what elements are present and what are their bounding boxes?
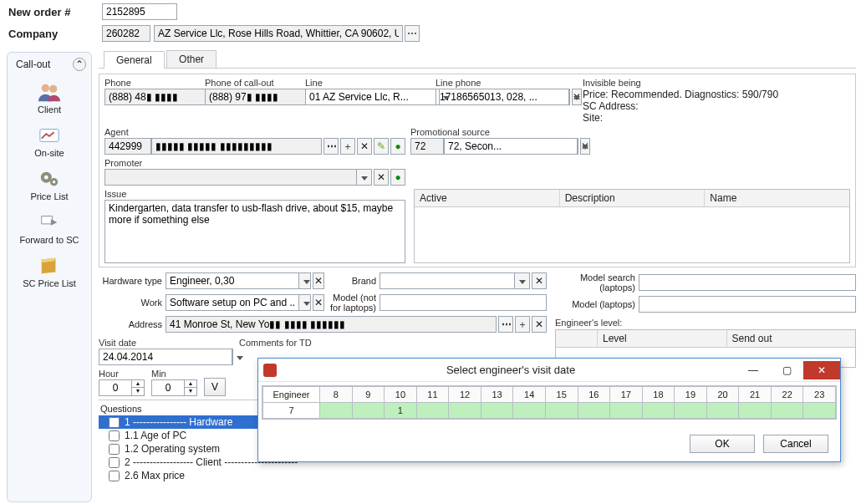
address-lookup-icon[interactable]: ⋯ [498, 316, 513, 333]
schedule-col-hour[interactable]: 11 [416, 387, 449, 403]
schedule-grid[interactable]: Engineer 8 9 10 11 12 13 14 15 16 17 18 … [262, 385, 837, 420]
model-search-input[interactable] [639, 274, 856, 291]
hour-input[interactable] [99, 379, 132, 396]
company-code-input[interactable] [102, 25, 150, 42]
v-button[interactable]: V [204, 378, 226, 396]
promo-name-select[interactable] [444, 138, 578, 155]
tab-general[interactable]: General [104, 51, 165, 69]
schedule-col-hour[interactable]: 13 [481, 387, 513, 403]
schedule-slot[interactable] [578, 403, 610, 419]
min-down-icon[interactable]: ▼ [185, 388, 196, 395]
min-up-icon[interactable]: ▲ [185, 380, 196, 388]
schedule-slot[interactable] [449, 403, 481, 419]
sidebar-collapse-icon[interactable]: ⌃ [73, 58, 86, 71]
col-sendout[interactable]: Send out [727, 330, 856, 347]
items-grid[interactable]: Active Description Name [414, 189, 850, 263]
promoter-clear-icon[interactable]: ✕ [374, 169, 389, 186]
schedule-col-engineer[interactable]: Engineer [263, 387, 320, 403]
col-desc[interactable]: Description [560, 190, 706, 206]
question-checkbox[interactable] [109, 417, 120, 428]
question-checkbox[interactable] [109, 471, 120, 481]
work-dropdown-icon[interactable] [299, 294, 311, 311]
address-input[interactable] [166, 316, 497, 333]
col-level[interactable]: Level [598, 330, 727, 347]
company-name-input[interactable] [154, 25, 403, 42]
schedule-slot[interactable] [320, 403, 353, 419]
promo-dropdown-icon[interactable] [578, 138, 578, 155]
work-select[interactable] [166, 294, 299, 311]
schedule-slot[interactable] [642, 403, 675, 419]
schedule-col-hour[interactable]: 8 [320, 387, 353, 403]
issue-textarea[interactable]: Kindergarten, data transfer to usb-flash… [104, 200, 405, 263]
maximize-button[interactable]: ▢ [770, 361, 803, 379]
brand-clear-icon[interactable]: ✕ [532, 272, 547, 289]
schedule-col-hour[interactable]: 18 [642, 387, 675, 403]
question-checkbox[interactable] [109, 444, 120, 455]
company-lookup-button[interactable]: ⋯ [405, 25, 420, 42]
schedule-row-engineer[interactable]: 7 [263, 403, 320, 419]
hwtype-select[interactable] [166, 272, 299, 289]
question-checkbox[interactable] [109, 457, 120, 468]
hour-up-icon[interactable]: ▲ [132, 380, 144, 388]
tab-other[interactable]: Other [166, 50, 217, 68]
schedule-slot[interactable] [416, 403, 449, 419]
schedule-col-hour[interactable]: 9 [352, 387, 385, 403]
address-add-icon[interactable]: ＋ [515, 316, 530, 333]
schedule-slot[interactable]: 1 [385, 403, 417, 419]
cancel-button[interactable]: Cancel [763, 435, 828, 453]
minimize-button[interactable]: — [736, 361, 770, 379]
line-dropdown-icon[interactable] [439, 89, 440, 105]
schedule-slot[interactable] [771, 403, 803, 419]
line-select[interactable] [305, 89, 439, 105]
schedule-col-hour[interactable]: 22 [771, 387, 803, 403]
agent-lookup-icon[interactable]: ⋯ [324, 138, 339, 155]
col-name[interactable]: Name [705, 190, 849, 206]
schedule-slot[interactable] [352, 403, 385, 419]
schedule-slot[interactable] [610, 403, 643, 419]
min-input[interactable] [151, 379, 185, 396]
work-clear-icon[interactable]: ✕ [313, 294, 324, 311]
hour-stepper[interactable]: ▲▼ [99, 379, 145, 396]
linephone-dropdown-icon[interactable] [569, 89, 570, 105]
agent-code-input[interactable] [104, 138, 151, 155]
agent-add-icon[interactable]: ＋ [340, 138, 355, 155]
schedule-col-hour[interactable]: 20 [706, 387, 739, 403]
col-active[interactable]: Active [415, 190, 560, 206]
schedule-col-hour[interactable]: 12 [449, 387, 481, 403]
visitdate-input[interactable] [99, 349, 232, 365]
schedule-slot[interactable] [739, 403, 772, 419]
schedule-slot[interactable] [706, 403, 739, 419]
hwtype-clear-icon[interactable]: ✕ [313, 272, 324, 289]
promoter-dropdown-icon[interactable] [357, 169, 372, 186]
sidebar-item-scprice[interactable]: SC Price List [8, 250, 91, 293]
schedule-slot[interactable] [803, 403, 836, 419]
brand-select[interactable] [380, 272, 515, 289]
ok-button[interactable]: OK [690, 435, 755, 453]
schedule-col-hour[interactable]: 16 [578, 387, 610, 403]
modelnot-input[interactable] [380, 294, 547, 311]
sidebar-item-client[interactable]: Client [8, 76, 91, 120]
schedule-col-hour[interactable]: 21 [739, 387, 772, 403]
schedule-col-hour[interactable]: 19 [675, 387, 707, 403]
close-button[interactable]: ✕ [803, 361, 840, 379]
schedule-slot[interactable] [545, 403, 578, 419]
sidebar-item-onsite[interactable]: On-site [8, 120, 91, 163]
address-clear-icon[interactable]: ✕ [532, 316, 547, 333]
visitdate-dropdown-icon[interactable] [232, 349, 233, 365]
min-stepper[interactable]: ▲▼ [151, 379, 197, 396]
schedule-col-hour[interactable]: 23 [803, 387, 836, 403]
schedule-slot[interactable] [481, 403, 513, 419]
schedule-col-hour[interactable]: 10 [385, 387, 417, 403]
schedule-slot[interactable] [513, 403, 546, 419]
order-number-input[interactable] [102, 3, 177, 20]
question-checkbox[interactable] [109, 430, 120, 441]
hwtype-dropdown-icon[interactable] [299, 272, 311, 289]
schedule-col-hour[interactable]: 17 [610, 387, 643, 403]
question-row[interactable]: 2.6 Max price [99, 469, 547, 482]
sidebar-item-pricelist[interactable]: Price List [8, 163, 91, 206]
promo-code-input[interactable] [410, 138, 444, 155]
agent-dial-icon[interactable]: ● [390, 138, 405, 155]
brand-dropdown-icon[interactable] [515, 272, 530, 289]
agent-name-input[interactable] [151, 138, 322, 155]
schedule-col-hour[interactable]: 15 [545, 387, 578, 403]
